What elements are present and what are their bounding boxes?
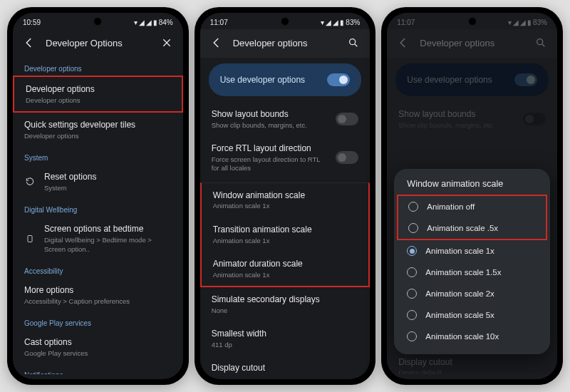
radio-label: Animation scale .5x xyxy=(427,224,498,232)
section-label: Developer options xyxy=(13,58,183,76)
section-label: Google Play services xyxy=(13,312,183,330)
app-bar: Developer Options xyxy=(13,29,183,58)
clock: 10:59 xyxy=(23,19,41,26)
radio-option-scale-5x[interactable]: Animation scale 5x xyxy=(397,304,547,326)
item-subtitle: Animation scale 1x xyxy=(213,237,358,245)
switch-icon[interactable] xyxy=(523,113,546,125)
radio-label: Animation scale 2x xyxy=(425,289,494,298)
section-label: System xyxy=(13,147,183,165)
radio-label: Animation scale 1.5x xyxy=(425,268,501,277)
wifi-icon: ▾ xyxy=(508,19,512,26)
svg-rect-0 xyxy=(28,235,32,242)
radio-label: Animation scale 1x xyxy=(425,247,494,255)
signal-icon: ◢ xyxy=(326,19,331,26)
radio-label: Animation off xyxy=(427,202,475,211)
list-item-bedtime[interactable]: Screen options at bedtime Digital Wellbe… xyxy=(13,217,183,259)
radio-label: Animation scale 10x xyxy=(425,332,499,341)
phone-icon xyxy=(24,233,36,244)
radio-option-scale-05x[interactable]: Animation scale .5x xyxy=(398,217,546,239)
item-title: More options xyxy=(24,284,172,296)
section-label: Notifications xyxy=(13,364,183,374)
search-icon[interactable] xyxy=(347,36,360,49)
battery-icon: ▮ xyxy=(340,19,344,26)
toggle-label: Use developer options xyxy=(220,75,305,85)
item-title: Force RTL layout direction xyxy=(212,143,328,155)
item-title: Cast options xyxy=(24,336,172,349)
switch-icon[interactable] xyxy=(336,151,358,164)
page-title: Developer options xyxy=(233,38,338,48)
radio-label: Animation scale 5x xyxy=(425,311,494,319)
radio-option-animation-off[interactable]: Animation off xyxy=(398,196,546,217)
item-title: Screen options at bedtime xyxy=(44,223,172,235)
battery-percent: 83% xyxy=(533,19,547,26)
list-item-reset[interactable]: Reset options System xyxy=(13,165,183,199)
item-subtitle: Show clip bounds, margins, etc. xyxy=(398,121,514,130)
list-item-transition-animation[interactable]: Transition animation scale Animation sca… xyxy=(202,217,369,252)
item-subtitle: Developer options xyxy=(26,96,170,105)
list-item-cast[interactable]: Cast options Google Play services xyxy=(13,330,183,364)
battery-percent: 84% xyxy=(159,19,173,26)
item-title: Reset options xyxy=(44,171,172,183)
switch-icon[interactable] xyxy=(336,113,358,125)
battery-percent: 83% xyxy=(346,19,360,26)
radio-option-scale-1x[interactable]: Animation scale 1x xyxy=(397,240,547,262)
switch-icon[interactable] xyxy=(514,73,537,86)
item-title: Smallest width xyxy=(212,328,359,340)
page-title: Developer Options xyxy=(46,38,150,48)
list-item-simulate-displays[interactable]: Simulate secondary displays None xyxy=(200,287,370,321)
radio-icon xyxy=(407,310,417,320)
page-title: Developer options xyxy=(420,38,524,48)
radio-option-scale-15x[interactable]: Animation scale 1.5x xyxy=(397,262,547,283)
item-subtitle: System xyxy=(44,184,172,192)
wifi-icon: ▾ xyxy=(321,19,324,26)
signal-icon: ◢ xyxy=(513,19,519,26)
back-icon[interactable] xyxy=(397,36,410,49)
list-item-smallest-width[interactable]: Smallest width 411 dp xyxy=(200,321,370,356)
list-item-developer-options[interactable]: Developer options Developer options xyxy=(13,76,183,113)
item-subtitle: Force screen layout direction to RTL for… xyxy=(212,155,328,173)
item-title: Show layout bounds xyxy=(212,108,328,120)
back-icon[interactable] xyxy=(23,36,36,49)
item-subtitle: Animation scale 1x xyxy=(213,202,358,210)
switch-icon[interactable] xyxy=(327,73,350,86)
item-title: Display cutout xyxy=(212,362,359,374)
list-item-more-options[interactable]: More options Accessibility > Caption pre… xyxy=(13,278,183,312)
signal-icon: ◢ xyxy=(139,19,145,26)
wifi-icon: ▾ xyxy=(134,19,138,26)
list-item-layout-bounds[interactable]: Show layout bounds Show clip bounds, mar… xyxy=(387,102,557,136)
item-title: Developer options xyxy=(26,83,170,96)
battery-icon: ▮ xyxy=(527,19,532,26)
list-item-force-rtl[interactable]: Force RTL layout direction Force screen … xyxy=(200,136,370,179)
battery-icon: ▮ xyxy=(153,19,157,26)
item-subtitle: Digital Wellbeing > Bedtime mode > Scree… xyxy=(44,236,172,254)
item-subtitle: Show clip bounds, margins, etc. xyxy=(212,121,328,130)
search-icon[interactable] xyxy=(534,36,547,49)
radio-icon xyxy=(407,246,417,256)
close-icon[interactable] xyxy=(160,36,173,49)
list-item-window-animation[interactable]: Window animation scale Animation scale 1… xyxy=(202,183,369,217)
radio-option-scale-2x[interactable]: Animation scale 2x xyxy=(397,283,547,304)
section-label: Accessibility xyxy=(13,260,183,278)
radio-icon xyxy=(408,223,418,233)
app-bar: Developer options xyxy=(200,29,370,58)
signal-icon: ◢ xyxy=(333,19,338,26)
list-item-animator-duration[interactable]: Animator duration scale Animation scale … xyxy=(202,252,369,286)
item-subtitle: Device default xyxy=(398,368,546,374)
item-title: Window animation scale xyxy=(213,190,358,202)
radio-option-scale-10x[interactable]: Animation scale 10x xyxy=(397,326,547,347)
list-item-display-cutout[interactable]: Display cutout Device default xyxy=(200,356,370,374)
back-icon[interactable] xyxy=(210,36,223,49)
item-title: Show layout bounds xyxy=(398,108,514,120)
svg-point-2 xyxy=(537,39,543,45)
signal-icon: ◢ xyxy=(520,19,526,26)
use-developer-options-toggle[interactable]: Use developer options xyxy=(209,63,362,96)
svg-point-1 xyxy=(350,39,356,45)
radio-icon xyxy=(408,202,418,212)
use-developer-options-toggle[interactable]: Use developer options xyxy=(395,63,549,96)
list-item-layout-bounds[interactable]: Show layout bounds Show clip bounds, mar… xyxy=(200,102,370,136)
app-bar: Developer options xyxy=(387,29,557,58)
list-item-quick-tiles[interactable]: Quick settings developer tiles Developer… xyxy=(13,113,183,147)
item-subtitle: Google Play services xyxy=(24,349,172,358)
clock: 11:07 xyxy=(210,19,228,26)
clock: 11:07 xyxy=(397,19,415,26)
